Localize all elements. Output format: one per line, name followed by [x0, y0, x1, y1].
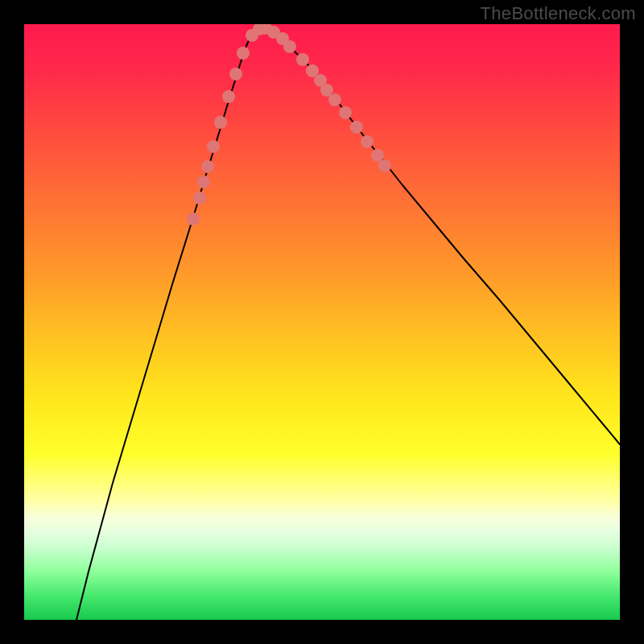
data-marker [283, 40, 296, 53]
data-marker [296, 53, 309, 66]
data-marker [361, 135, 374, 148]
plot-area [24, 24, 620, 620]
data-marker [350, 121, 363, 134]
data-marker [201, 160, 214, 173]
data-marker [222, 90, 235, 103]
data-marker [378, 159, 391, 172]
curve-layer [24, 24, 620, 620]
chart-frame: TheBottleneck.com [0, 0, 644, 644]
data-marker [187, 213, 200, 225]
data-marker [193, 192, 206, 204]
markers [187, 24, 391, 225]
data-marker [207, 140, 220, 153]
data-marker [229, 68, 242, 80]
data-marker [237, 47, 250, 60]
attribution-label: TheBottleneck.com [481, 3, 636, 24]
data-marker [371, 149, 384, 162]
data-marker [339, 106, 352, 119]
data-marker [214, 116, 227, 129]
data-marker [328, 93, 341, 106]
data-marker [197, 175, 210, 188]
